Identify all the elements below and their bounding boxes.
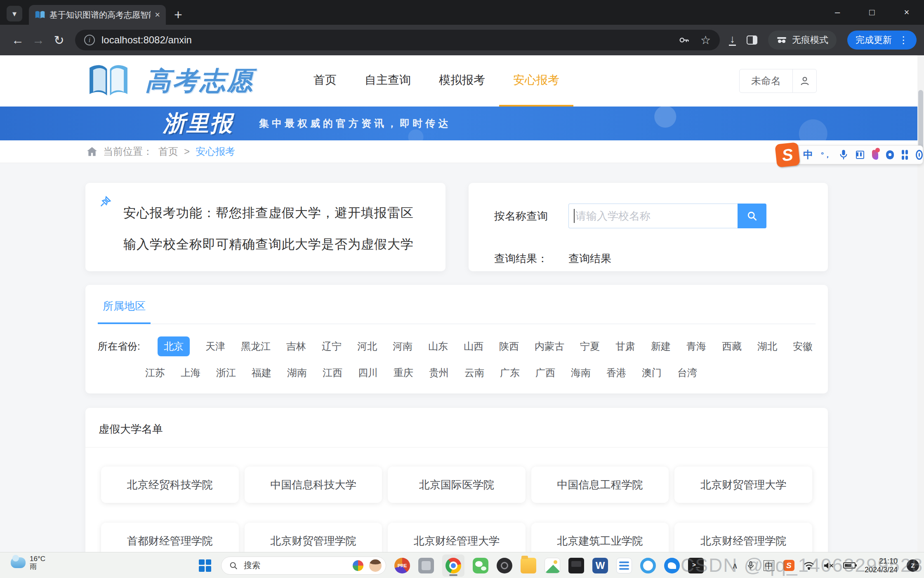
province-heilongjiang[interactable]: 黑龙江: [241, 340, 271, 353]
nav-item-mock-apply[interactable]: 模拟报考: [425, 55, 499, 107]
ime-keyboard-icon[interactable]: [856, 151, 864, 159]
province-guangdong[interactable]: 广东: [500, 366, 520, 379]
university-card[interactable]: 北京财经管理学院: [674, 523, 812, 552]
side-panel-icon[interactable]: [747, 36, 757, 45]
tab-search-chevron-icon[interactable]: ▾: [7, 6, 22, 21]
province-gansu[interactable]: 甘肃: [615, 340, 635, 353]
bookmark-star-icon[interactable]: ☆: [700, 33, 711, 47]
site-logo[interactable]: 高考志愿: [87, 55, 254, 107]
province-shanxi[interactable]: 山西: [464, 340, 483, 353]
province-xinjiang[interactable]: 新建: [651, 340, 671, 353]
school-name-input[interactable]: [568, 204, 738, 228]
battery-icon[interactable]: [843, 562, 856, 569]
province-taiwan[interactable]: 台湾: [677, 366, 697, 379]
university-card[interactable]: 北京财贸管理大学: [674, 467, 812, 503]
notes-app-icon[interactable]: [616, 558, 632, 573]
university-card[interactable]: 北京建筑工业学院: [531, 523, 669, 552]
taskbar-weather-widget[interactable]: 16°C 雨: [11, 555, 45, 571]
ime-chinese-mode-icon[interactable]: 中: [803, 148, 813, 161]
ring-app-icon[interactable]: [640, 558, 656, 573]
ime-skin-icon[interactable]: [872, 150, 878, 160]
province-guangxi[interactable]: 广西: [535, 366, 555, 379]
province-hunan[interactable]: 湖南: [287, 366, 307, 379]
new-tab-button[interactable]: +: [174, 7, 182, 21]
user-box[interactable]: 未命名: [739, 69, 817, 93]
notification-quiet-hours-icon[interactable]: Z: [907, 559, 919, 572]
university-card[interactable]: 中国信息科技大学: [245, 467, 382, 503]
sogou-logo-icon[interactable]: S: [775, 142, 800, 168]
province-henan[interactable]: 河南: [393, 340, 412, 353]
province-zhejiang[interactable]: 浙江: [216, 366, 236, 379]
province-anhui[interactable]: 安徽: [793, 340, 813, 353]
province-jiangsu[interactable]: 江苏: [145, 366, 165, 379]
tab-region[interactable]: 所属地区: [98, 299, 151, 324]
taskbar-search-box[interactable]: 搜索: [221, 557, 386, 575]
province-hebei[interactable]: 河北: [357, 340, 377, 353]
province-beijing[interactable]: 北京: [158, 336, 190, 356]
photos-app-icon[interactable]: [544, 558, 560, 573]
window-maximize-button[interactable]: □: [855, 0, 889, 25]
display-app-icon[interactable]: [568, 558, 584, 573]
dingtalk-icon[interactable]: [664, 558, 680, 573]
university-card[interactable]: 北京财贸管理学院: [245, 523, 382, 552]
taskbar-clock[interactable]: 21:10 2024/3/24: [865, 557, 898, 574]
province-jiangxi[interactable]: 江西: [323, 366, 342, 379]
search-button[interactable]: [738, 204, 766, 228]
province-xizang[interactable]: 西藏: [722, 340, 742, 353]
downloads-icon[interactable]: ↓: [729, 34, 736, 45]
province-guizhou[interactable]: 贵州: [429, 366, 449, 379]
tray-hidden-icons-chevron[interactable]: ∧: [732, 561, 738, 571]
province-yunnan[interactable]: 云南: [464, 366, 484, 379]
province-liaoning[interactable]: 辽宁: [322, 340, 342, 353]
wifi-icon[interactable]: [804, 561, 814, 570]
province-qinghai[interactable]: 青海: [686, 340, 706, 353]
ime-punctuation-icon[interactable]: °，: [821, 150, 831, 160]
premiere-app-icon[interactable]: PRE: [394, 558, 410, 573]
province-xianggang[interactable]: 香港: [606, 366, 626, 379]
university-card[interactable]: 中国信息工程学院: [531, 467, 669, 503]
dark-round-app-icon[interactable]: [497, 558, 512, 573]
start-button[interactable]: [197, 558, 213, 573]
wechat-icon[interactable]: [473, 558, 488, 573]
province-chongqing[interactable]: 重庆: [394, 366, 413, 379]
tray-ime-indicator[interactable]: 中: [764, 560, 774, 571]
gray-app-icon[interactable]: [418, 558, 434, 573]
province-ningxia[interactable]: 宁夏: [580, 340, 600, 353]
chrome-update-button[interactable]: 完成更新 ⋮: [847, 31, 917, 50]
address-bar[interactable]: i localhost:8082/anxin ☆: [75, 30, 720, 50]
word-app-icon[interactable]: W: [592, 558, 608, 573]
password-key-icon[interactable]: [678, 34, 690, 46]
university-card[interactable]: 北京经贸科技学院: [101, 467, 239, 503]
nav-item-anxin-apply[interactable]: 安心报考: [499, 55, 573, 107]
ime-settings-icon[interactable]: [916, 150, 923, 160]
window-minimize-button[interactable]: –: [820, 0, 855, 25]
window-close-button[interactable]: ×: [889, 0, 924, 25]
ime-gamepad-icon[interactable]: [886, 150, 894, 159]
tab-close-icon[interactable]: ×: [155, 9, 160, 20]
search-avatar-icon[interactable]: [369, 559, 382, 572]
browser-menu-icon[interactable]: ⋮: [898, 34, 908, 46]
nav-item-home[interactable]: 首页: [299, 55, 351, 107]
chrome-taskbar-icon[interactable]: [442, 554, 464, 577]
province-shaanxi[interactable]: 陕西: [499, 340, 519, 353]
nav-item-self-query[interactable]: 自主查询: [351, 55, 425, 107]
reload-button[interactable]: ↻: [49, 30, 69, 50]
university-card[interactable]: 首都财经管理学院: [101, 523, 239, 552]
back-button[interactable]: ←: [7, 30, 28, 50]
province-shanghai[interactable]: 上海: [181, 366, 200, 379]
file-explorer-icon[interactable]: [521, 558, 536, 573]
volume-muted-icon[interactable]: [823, 561, 834, 570]
province-sichuan[interactable]: 四川: [358, 366, 378, 379]
search-lens-icon[interactable]: [353, 560, 363, 571]
tray-microphone-icon[interactable]: [747, 561, 754, 571]
terminal-icon[interactable]: >_: [688, 558, 704, 573]
ime-apps-grid-icon[interactable]: [902, 150, 908, 160]
ime-microphone-icon[interactable]: [839, 149, 848, 160]
tray-sogou-icon[interactable]: S: [783, 560, 794, 571]
user-avatar-icon[interactable]: [792, 69, 816, 92]
province-neimenggu[interactable]: 内蒙古: [535, 340, 564, 353]
breadcrumb-home-link[interactable]: 首页: [158, 145, 178, 158]
province-shandong[interactable]: 山东: [428, 340, 448, 353]
province-hubei[interactable]: 湖北: [757, 340, 777, 353]
page-scrollbar[interactable]: [917, 55, 924, 552]
